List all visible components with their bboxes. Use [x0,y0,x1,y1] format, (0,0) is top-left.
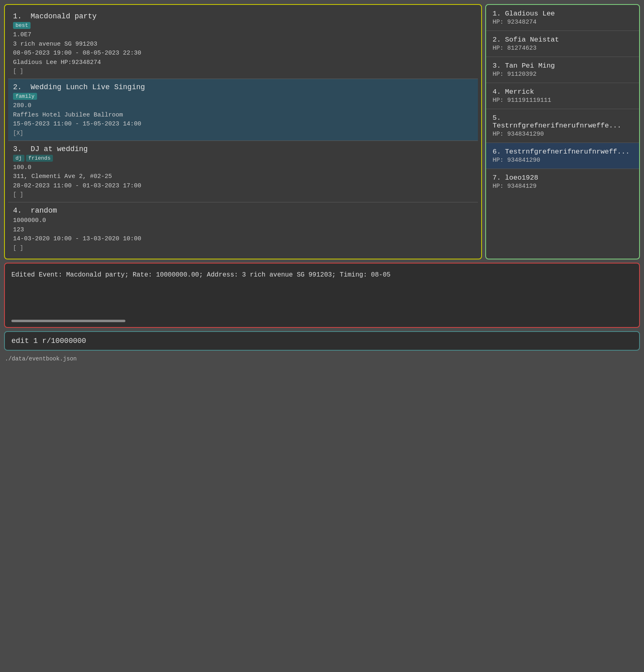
contact-item-4[interactable]: 4. Merrick HP: 911191119111 [486,83,639,109]
event-tag-best: best [13,22,31,29]
event-title-4: 4. random [13,206,473,215]
contact-name-7: 7. loeo1928 [493,174,633,182]
event-title-1: 1. Macdonald party [13,12,473,20]
event-title-3: 3. DJ at wedding [13,145,473,153]
event-address-3: 311, Clementi Ave 2, #02-25 [13,172,473,182]
contact-item-1[interactable]: 1. Gladious Lee HP: 92348274 [486,5,639,31]
input-panel[interactable] [4,331,640,351]
contact-item-2[interactable]: 2. Sofia Neistat HP: 81274623 [486,31,639,57]
contact-name-1: 1. Gladious Lee [493,10,633,18]
event-rate-4: 1000000.0 [13,216,473,226]
event-tag-family: family [13,93,37,100]
event-rate-2: 280.0 [13,101,473,111]
event-timing-3: 28-02-2023 11:00 - 01-03-2023 17:00 [13,182,473,191]
event-contact-1: Gladious Lee HP:92348274 [13,58,473,68]
event-address-4: 123 [13,226,473,235]
event-timing-4: 14-03-2020 10:00 - 13-03-2020 10:00 [13,235,473,244]
output-panel: Edited Event: Macdonald party; Rate: 100… [4,263,640,328]
contact-hp-4: HP: 911191119111 [493,97,633,104]
event-guests-2: [X] [13,130,473,136]
top-section: 1. Macdonald party best 1.0E7 3 rich ave… [4,4,640,259]
event-item-3[interactable]: 3. DJ at wedding dj friends 100.0 311, C… [8,141,478,203]
event-tag-dj: dj [13,155,24,162]
contact-hp-2: HP: 81274623 [493,45,633,52]
contact-item-5[interactable]: 5. Testrnfgrefnerifnerufnrweffe... HP: 9… [486,109,639,143]
contact-hp-6: HP: 934841290 [493,157,633,164]
events-panel: 1. Macdonald party best 1.0E7 3 rich ave… [4,4,482,259]
event-address-1: 3 rich avenue SG 991203 [13,40,473,49]
event-guests-1: [ ] [13,68,473,75]
event-rate-3: 100.0 [13,163,473,173]
contact-name-2: 2. Sofia Neistat [493,36,633,44]
contact-hp-1: HP: 92348274 [493,19,633,26]
contact-item-7[interactable]: 7. loeo1928 HP: 93484129 [486,169,639,195]
contact-hp-3: HP: 91120392 [493,71,633,78]
event-timing-2: 15-05-2023 11:00 - 15-05-2023 14:00 [13,120,473,129]
contact-name-5: 5. Testrnfgrefnerifnerufnrweffe... [493,114,633,130]
contacts-panel: 1. Gladious Lee HP: 92348274 2. Sofia Ne… [485,4,640,259]
contact-name-6: 6. Testrnfgrefnerifnerufnrweff... [493,148,633,156]
event-tags-3: dj friends [13,155,473,162]
event-tag-friends: friends [26,155,53,162]
contact-item-3[interactable]: 3. Tan Pei Ming HP: 91120392 [486,57,639,83]
contact-hp-5: HP: 9348341290 [493,131,633,138]
contact-name-3: 3. Tan Pei Ming [493,62,633,70]
event-guests-3: [ ] [13,191,473,198]
contact-item-6[interactable]: 6. Testrnfgrefnerifnerufnrweff... HP: 93… [486,143,639,169]
event-tags-2: family [13,93,473,100]
main-layout: 1. Macdonald party best 1.0E7 3 rich ave… [4,4,640,364]
event-timing-1: 08-05-2023 19:00 - 08-05-2023 22:30 [13,49,473,58]
event-title-2: 2. Wedding Lunch Live Singing [13,83,473,91]
event-rate-1: 1.0E7 [13,31,473,40]
event-item-4[interactable]: 4. random 1000000.0 123 14-03-2020 10:00… [8,202,478,255]
contact-name-4: 4. Merrick [493,88,633,96]
event-address-2: Raffles Hotel Jubilee Ballroom [13,111,473,120]
contact-hp-7: HP: 93484129 [493,183,633,190]
output-text: Edited Event: Macdonald party; Rate: 100… [11,270,633,280]
scrollbar-indicator[interactable] [11,320,125,322]
footer-path: ./data/eventbook.json [4,354,640,364]
event-tags-1: best [13,22,473,29]
event-item-2[interactable]: 2. Wedding Lunch Live Singing family 280… [8,79,478,141]
event-item-1[interactable]: 1. Macdonald party best 1.0E7 3 rich ave… [8,8,478,79]
command-input[interactable] [11,337,633,345]
event-guests-4: [ ] [13,245,473,251]
